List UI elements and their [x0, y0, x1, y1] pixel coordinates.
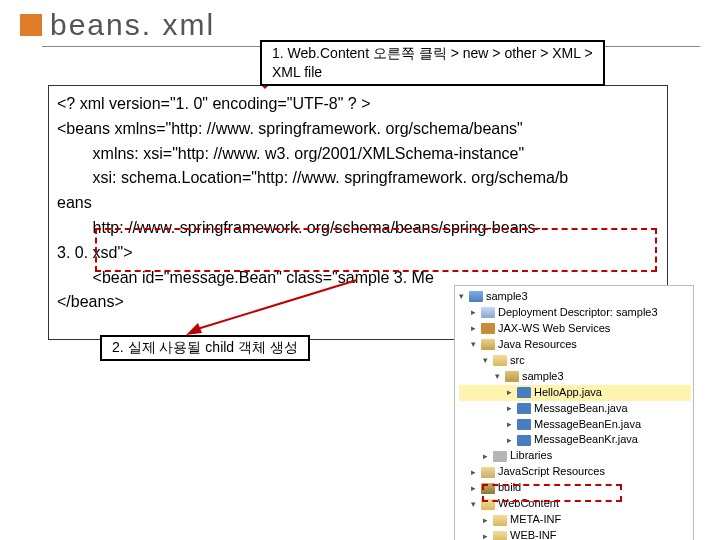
- callout-step-2: 2. 실제 사용될 child 객체 생성: [100, 335, 310, 361]
- tree-label: MessageBeanEn.java: [534, 417, 641, 433]
- callout-1-line-2: XML file: [272, 63, 593, 82]
- tree-item[interactable]: ▸Libraries: [459, 448, 691, 464]
- tree-label: Deployment Descriptor: sample3: [498, 305, 658, 321]
- tree-label: MessageBean.java: [534, 401, 628, 417]
- tree-item[interactable]: ▸MessageBeanKr.java: [459, 432, 691, 448]
- tree-item[interactable]: ▾sample3: [459, 369, 691, 385]
- tree-label: HelloApp.java: [534, 385, 602, 401]
- tree-item[interactable]: ▸MessageBeanEn.java: [459, 417, 691, 433]
- tree-label: JAX-WS Web Services: [498, 321, 610, 337]
- highlight-schema-location: [95, 228, 657, 272]
- tree-project[interactable]: ▾sample3: [459, 289, 691, 305]
- tree-label: MessageBeanKr.java: [534, 432, 638, 448]
- title-accent: [20, 14, 42, 36]
- callout-1-line-1: 1. Web.Content 오른쪽 클릭 > new > other > XM…: [272, 44, 593, 63]
- tree-label: build: [498, 480, 521, 496]
- tree-item[interactable]: ▾WebContent: [459, 496, 691, 512]
- tree-item[interactable]: ▸HelloApp.java: [459, 385, 691, 401]
- tree-label: sample3: [486, 289, 528, 305]
- slide-title: beans. xml: [50, 8, 215, 42]
- tree-item[interactable]: ▾src: [459, 353, 691, 369]
- tree-label: sample3: [522, 369, 564, 385]
- tree-item[interactable]: ▸Deployment Descriptor: sample3: [459, 305, 691, 321]
- tree-label: Libraries: [510, 448, 552, 464]
- tree-item[interactable]: ▸MessageBean.java: [459, 401, 691, 417]
- tree-label: META-INF: [510, 512, 561, 528]
- project-explorer: ▾sample3 ▸Deployment Descriptor: sample3…: [454, 285, 694, 540]
- tree-item[interactable]: ▾Java Resources: [459, 337, 691, 353]
- tree-item[interactable]: ▸JAX-WS Web Services: [459, 321, 691, 337]
- tree-item[interactable]: ▸build: [459, 480, 691, 496]
- callout-step-1: 1. Web.Content 오른쪽 클릭 > new > other > XM…: [260, 40, 605, 86]
- tree-item[interactable]: ▸META-INF: [459, 512, 691, 528]
- slide-title-row: beans. xml: [0, 0, 720, 44]
- tree-item[interactable]: ▸JavaScript Resources: [459, 464, 691, 480]
- tree-label: WEB-INF: [510, 528, 556, 540]
- tree-label: Java Resources: [498, 337, 577, 353]
- tree-label: WebContent: [498, 496, 559, 512]
- tree-label: src: [510, 353, 525, 369]
- tree-label: JavaScript Resources: [498, 464, 605, 480]
- tree-item[interactable]: ▸WEB-INF: [459, 528, 691, 540]
